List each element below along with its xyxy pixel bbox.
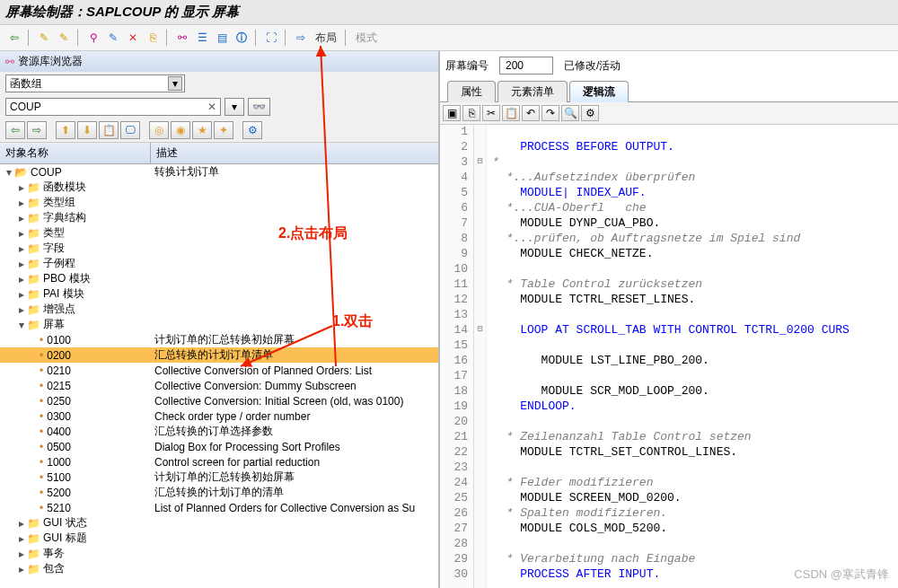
tree-row[interactable]: ▸📁类型组 — [0, 195, 438, 210]
tree-row[interactable]: ▸📁GUI 标题 — [0, 531, 438, 546]
nav-add-icon[interactable]: ◉ — [171, 121, 190, 139]
tree-row[interactable]: ▸📁增强点 — [0, 302, 438, 317]
ct-btn[interactable]: ↷ — [541, 105, 559, 121]
tree-row[interactable]: •0210Collective Conversion of Planned Or… — [0, 363, 438, 378]
main-toolbar: ⇦ ✎ ✎ ⚲ ✎ ✕ ⎘ ⚯ ☰ ▤ ⓘ ⛶ ⇨ 布局 模式 — [0, 25, 898, 51]
tree-row[interactable]: •0500Dialog Box for Processing Sort Prof… — [0, 439, 438, 454]
ct-btn[interactable]: ▣ — [443, 105, 461, 121]
tree-row[interactable]: •0400汇总转换的订单选择参数 — [0, 424, 438, 439]
input-value: COUP — [10, 101, 41, 113]
chevron-down-icon[interactable]: ▾ — [168, 76, 182, 91]
ct-btn[interactable]: ↶ — [522, 105, 540, 121]
tree-row[interactable]: ▸📁GUI 状态 — [0, 515, 438, 531]
tab-element-list[interactable]: 元素清单 — [497, 81, 568, 102]
window-title: 屏幕绘制器：SAPLCOUP 的 显示 屏幕 — [0, 0, 898, 25]
tree-row[interactable]: ▸📁字典结构 — [0, 210, 438, 225]
back-icon[interactable]: ⇦ — [5, 29, 23, 47]
screen-status: 已修改/活动 — [564, 58, 621, 74]
dropdown-history-icon[interactable]: ▾ — [224, 98, 244, 116]
tree-row[interactable]: •5210List of Planned Orders for Collecti… — [0, 500, 438, 515]
tree-row[interactable]: •5100计划订单的汇总转换初始屏幕 — [0, 470, 438, 485]
tree-row[interactable]: ▸📁函数模块 — [0, 180, 438, 195]
where-used-icon[interactable]: ☰ — [193, 29, 211, 47]
tree-row[interactable]: •5200汇总转换的计划订单的清单 — [0, 485, 438, 500]
tree-row[interactable]: ▸📁子例程 — [0, 256, 438, 271]
tree-row[interactable]: ▸📁事务 — [0, 546, 438, 561]
navigator-header: ⚯ 资源库浏览器 — [0, 51, 438, 72]
tree-row[interactable]: •0215Collective Conversion: Dummy Subscr… — [0, 378, 438, 393]
nav-new-icon[interactable]: ◎ — [149, 121, 169, 139]
nav-display-icon[interactable]: 🖵 — [120, 121, 140, 139]
tree-row[interactable]: •0300Check order type / order number — [0, 408, 438, 424]
tree-row[interactable]: ▾📂COUP转换计划订单 — [0, 164, 438, 180]
nav-fav-icon[interactable]: ★ — [192, 121, 212, 139]
nav-help-icon[interactable]: ⚙ — [242, 121, 262, 139]
watermark: CSDN @寒武青锋 — [794, 566, 889, 583]
navigator-pane: ⚯ 资源库浏览器 函数组 ▾ COUP ✕ ▾ 👓 ⇦ ⇨ ⬆ ⬇ 📋 🖵 — [0, 51, 440, 588]
tree-row[interactable]: ▸📁PBO 模块 — [0, 271, 438, 286]
object-name-input[interactable]: COUP ✕ — [5, 98, 221, 116]
tree-header: 对象名称 描述 — [0, 143, 438, 164]
info-icon[interactable]: ⓘ — [233, 29, 251, 47]
tree-row[interactable]: ▸📁类型 — [0, 225, 438, 241]
ct-btn[interactable]: ⎘ — [462, 105, 480, 121]
tree-row[interactable]: •0250Collective Conversion: Initial Scre… — [0, 393, 438, 408]
mode-button[interactable]: 模式 — [356, 31, 377, 46]
object-type-select[interactable]: 函数组 ▾ — [5, 75, 185, 92]
check-icon[interactable]: ⚲ — [84, 29, 102, 47]
col-desc: 描述 — [151, 143, 438, 163]
col-name: 对象名称 — [0, 143, 151, 163]
nav-toolbar: ⇦ ⇨ ⬆ ⬇ 📋 🖵 ◎ ◉ ★ ✦ ⚙ — [0, 118, 438, 143]
clear-icon[interactable]: ✕ — [207, 101, 216, 113]
tab-attributes[interactable]: 属性 — [447, 81, 496, 102]
repository-icon: ⚯ — [5, 56, 14, 68]
screen-no-label: 屏幕编号 — [445, 58, 489, 74]
nav-refresh-icon[interactable]: 📋 — [99, 121, 119, 139]
fullscreen-icon[interactable]: ⛶ — [262, 29, 280, 47]
nav-fwd-icon[interactable]: ⇨ — [27, 121, 47, 139]
copy-icon[interactable]: ⎘ — [144, 29, 162, 47]
display-button[interactable]: 👓 — [248, 98, 270, 116]
nav-back-icon[interactable]: ⇦ — [5, 121, 25, 139]
ct-btn[interactable]: ⚙ — [581, 105, 599, 121]
tab-flow-logic[interactable]: 逻辑流 — [569, 81, 629, 102]
ct-btn[interactable]: 📋 — [502, 105, 520, 121]
layout-button[interactable]: 布局 — [315, 31, 337, 46]
tabs: 属性 元素清单 逻辑流 — [440, 80, 898, 102]
tree-body[interactable]: ▾📂COUP转换计划订单▸📁函数模块▸📁类型组▸📁字典结构▸📁类型▸📁字段▸📁子… — [0, 164, 438, 588]
tree-row[interactable]: ▸📁字段 — [0, 241, 438, 256]
hierarchy-icon[interactable]: ⚯ — [173, 29, 191, 47]
other-object-icon[interactable]: ✎ — [55, 29, 73, 47]
nav-up-icon[interactable]: ⬆ — [56, 121, 75, 139]
tree-row[interactable]: ▸📁PAI 模块 — [0, 286, 438, 302]
editor-pane: 屏幕编号 200 已修改/活动 属性 元素清单 逻辑流 ▣ ⎘ ✂ 📋 ↶ ↷ … — [440, 51, 898, 588]
screen-params: 屏幕编号 200 已修改/活动 — [440, 51, 898, 80]
ct-btn[interactable]: ✂ — [482, 105, 500, 121]
tree-row[interactable]: •0100计划订单的汇总转换初始屏幕 — [0, 332, 438, 347]
tree-row[interactable]: •1000Control screen for partial reductio… — [0, 454, 438, 470]
tree-row[interactable]: •0200汇总转换的计划订单清单 — [0, 347, 438, 363]
activate-icon[interactable]: ✎ — [104, 29, 122, 47]
ct-btn[interactable]: 🔍 — [561, 105, 579, 121]
dropdown-value: 函数组 — [10, 76, 42, 92]
display-list-icon[interactable]: ▤ — [213, 29, 231, 47]
nav-down-icon[interactable]: ⬇ — [77, 121, 97, 139]
code-toolbar: ▣ ⎘ ✂ 📋 ↶ ↷ 🔍 ⚙ — [440, 102, 898, 125]
layout-icon[interactable]: ⇨ — [292, 29, 310, 47]
screen-no-field[interactable]: 200 — [499, 57, 553, 75]
tree-row[interactable]: ▾📁屏幕 — [0, 317, 438, 332]
navigator-title: 资源库浏览器 — [18, 54, 83, 69]
tree-row[interactable]: ▸📁包含 — [0, 561, 438, 576]
code-editor[interactable]: 1234567891011121314151617181920212223242… — [440, 125, 898, 588]
nav-set-icon[interactable]: ✦ — [214, 121, 233, 139]
display-change-icon[interactable]: ✎ — [35, 29, 53, 47]
delete-icon[interactable]: ✕ — [124, 29, 142, 47]
